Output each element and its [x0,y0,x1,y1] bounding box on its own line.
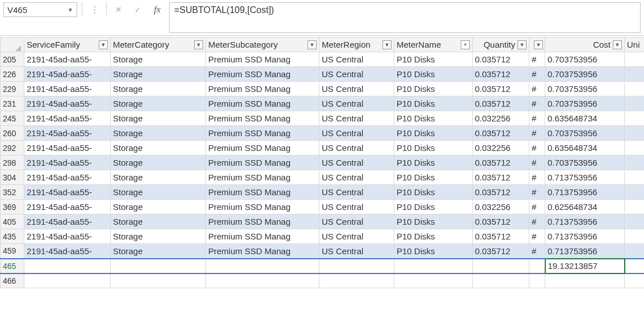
cell-meter-name[interactable]: P10 Disks [394,82,473,96]
cell-meter-subcategory[interactable]: Premium SSD Manag [206,82,319,96]
cell-cost[interactable]: 0.703753956 [545,82,625,96]
cell-service-family[interactable]: 2191-45ad-aa55- [24,126,111,141]
header-uni[interactable]: Uni [625,37,645,52]
cell-meter-subcategory[interactable]: Premium SSD Manag [206,67,319,82]
cell-service-family[interactable]: 2191-45ad-aa55- [24,155,111,170]
cell-meter-subcategory[interactable]: Premium SSD Manag [206,141,319,155]
filter-dropdown-icon[interactable]: ▼ [308,40,317,49]
row-header[interactable]: 205 [1,52,24,67]
cell-service-family[interactable]: 2191-45ad-aa55- [24,96,111,111]
cell-service-family[interactable]: 2191-45ad-aa55- [24,67,111,82]
cell-meter-category[interactable]: Storage [111,170,206,185]
header-service-family[interactable]: ServiceFamily▼ [24,37,111,52]
header-meter-category[interactable]: MeterCategory▼ [111,37,206,52]
chevron-down-icon[interactable]: ▼ [68,7,73,13]
cell-meter-region[interactable]: US Central [319,185,394,200]
cell-uni[interactable] [625,155,645,170]
header-meter-name[interactable]: MeterName▾ [394,37,473,52]
cell-meter-region[interactable]: US Central [319,67,394,82]
cell-meter-category[interactable]: Storage [111,111,206,126]
cell-meter-region[interactable]: US Central [319,82,394,96]
cell-meter-region[interactable]: US Central [319,141,394,155]
cell-meter-name[interactable]: P10 Disks [394,185,473,200]
cell-meter-region[interactable]: US Central [319,155,394,170]
cell-uni[interactable] [625,214,645,229]
row-header[interactable]: 260 [1,126,24,141]
cell[interactable] [529,273,545,288]
cell-service-family[interactable]: 2191-45ad-aa55- [24,214,111,229]
cell-cost[interactable]: 0.713753956 [545,170,625,185]
cell-meter-subcategory[interactable]: Premium SSD Manag [206,52,319,67]
row-header[interactable]: 435 [1,229,24,244]
cell-service-family[interactable]: 2191-45ad-aa55- [24,185,111,200]
cell[interactable] [545,273,625,288]
cell-uni[interactable] [625,170,645,185]
cell-cost[interactable]: 0.703753956 [545,52,625,67]
cell-cost[interactable]: 0.635648734 [545,141,625,155]
cell-quantity[interactable]: 0.035712 [473,52,529,67]
cell[interactable] [24,273,111,288]
cell-meter-region[interactable]: US Central [319,214,394,229]
cell-meter-region[interactable]: US Central [319,52,394,67]
row-header[interactable]: 405 [1,214,24,229]
cell-uni[interactable] [625,67,645,82]
cell-overflow[interactable]: # [529,214,545,229]
cell-cost[interactable]: 0.713753956 [545,185,625,200]
filter-dropdown-icon[interactable]: ▼ [613,40,622,49]
cell-meter-subcategory[interactable]: Premium SSD Manag [206,96,319,111]
cell-service-family[interactable]: 2191-45ad-aa55- [24,170,111,185]
cell-meter-name[interactable]: P10 Disks [394,170,473,185]
cell-overflow[interactable]: # [529,170,545,185]
fx-icon[interactable]: fx [150,2,165,17]
cell-service-family[interactable]: 2191-45ad-aa55- [24,111,111,126]
cell-service-family[interactable]: 2191-45ad-aa55- [24,141,111,155]
name-box[interactable]: V465 ▼ [3,2,77,17]
cell-quantity[interactable]: 0.035712 [473,96,529,111]
row-header[interactable]: 298 [1,155,24,170]
cell-meter-name[interactable]: P10 Disks [394,244,473,259]
row-header[interactable]: 226 [1,67,24,82]
cell-meter-name[interactable]: P10 Disks [394,111,473,126]
cell[interactable] [394,259,473,273]
cell-meter-region[interactable]: US Central [319,96,394,111]
cell[interactable] [319,273,394,288]
cell-overflow[interactable]: # [529,229,545,244]
cell-service-family[interactable]: 2191-45ad-aa55- [24,200,111,214]
cell-quantity[interactable]: 0.035712 [473,155,529,170]
cell-cost[interactable]: 0.713753956 [545,214,625,229]
cell[interactable] [473,259,529,273]
cell-uni[interactable] [625,185,645,200]
row-header[interactable]: 292 [1,141,24,155]
cell-meter-region[interactable]: US Central [319,229,394,244]
header-meter-subcategory[interactable]: MeterSubcategory▼ [206,37,319,52]
cell-meter-subcategory[interactable]: Premium SSD Manag [206,111,319,126]
cell-meter-category[interactable]: Storage [111,200,206,214]
cell-uni[interactable] [625,141,645,155]
cell-meter-category[interactable]: Storage [111,82,206,96]
cell-overflow[interactable]: # [529,96,545,111]
cell-quantity[interactable]: 0.032256 [473,111,529,126]
cell-meter-category[interactable]: Storage [111,52,206,67]
header-cost[interactable]: Cost▼ [545,37,625,52]
row-header[interactable]: 231 [1,96,24,111]
cell-cost[interactable]: 0.713753956 [545,229,625,244]
cell-meter-category[interactable]: Storage [111,214,206,229]
cell-meter-category[interactable]: Storage [111,141,206,155]
cell-cost[interactable]: 0.703753956 [545,96,625,111]
cell-meter-category[interactable]: Storage [111,67,206,82]
cell-meter-region[interactable]: US Central [319,244,394,259]
cell-meter-subcategory[interactable]: Premium SSD Manag [206,126,319,141]
cell[interactable] [111,259,206,273]
cell-uni[interactable] [625,200,645,214]
cell-uni[interactable] [625,111,645,126]
cell-meter-region[interactable]: US Central [319,111,394,126]
filter-dropdown-icon[interactable]: ▼ [99,40,108,49]
cell-quantity[interactable]: 0.035712 [473,229,529,244]
cell-uni[interactable] [625,126,645,141]
row-header[interactable]: 229 [1,82,24,96]
cell-cost[interactable]: 0.713753956 [545,244,625,259]
row-header[interactable]: 245 [1,111,24,126]
ellipsis-icon[interactable]: ⋮ [87,2,102,17]
cell-quantity[interactable]: 0.035712 [473,126,529,141]
cell-overflow[interactable]: # [529,111,545,126]
